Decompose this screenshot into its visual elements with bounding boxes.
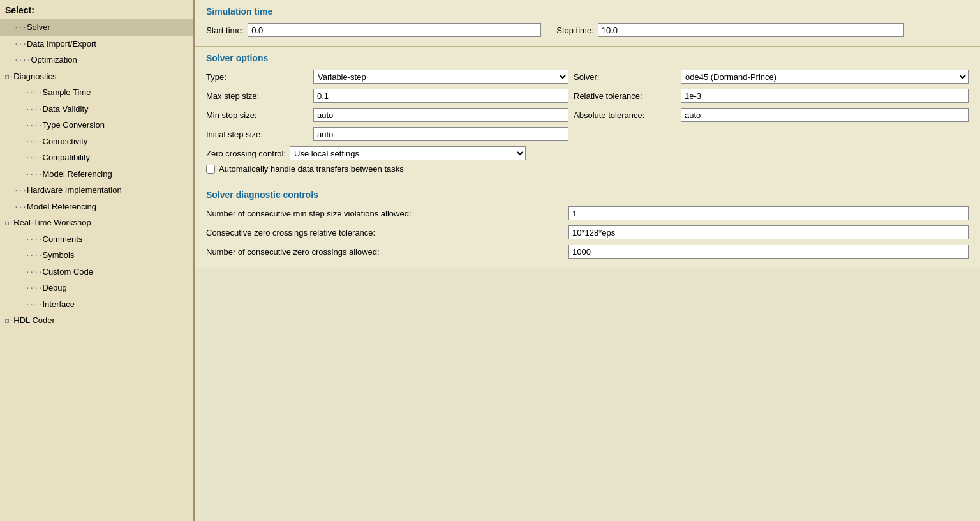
sidebar-header: Select: — [0, 3, 193, 19]
sidebar-item-compatibility[interactable]: ···· Compatibility — [0, 149, 193, 166]
sidebar-item-label-type-conversion: Type Conversion — [43, 119, 105, 132]
sidebar-item-model-referencing[interactable]: ··· Model Referencing — [0, 199, 193, 215]
simulation-time-row: Start time: Stop time: — [206, 23, 969, 37]
num-zero-cross-label: Number of consecutive zero crossings all… — [206, 247, 563, 257]
sidebar-item-debug[interactable]: ···· Debug — [0, 280, 193, 296]
sidebar-item-rtw[interactable]: ⊟· Real-Time Workshop — [0, 215, 193, 231]
sidebar-item-hardware-impl[interactable]: ··· Hardware Implementation — [0, 182, 193, 199]
max-step-input[interactable] — [313, 89, 568, 103]
sidebar-item-interface[interactable]: ···· Interface — [0, 296, 193, 313]
absolute-tol-input[interactable] — [681, 108, 969, 122]
solver-options-section: Solver options Type: Variable-stepFixed-… — [195, 47, 980, 183]
sidebar-item-sample-time[interactable]: ···· Sample Time — [0, 84, 193, 101]
relative-tol-label: Relative tolerance: — [574, 91, 676, 101]
start-time-group: Start time: — [206, 23, 541, 37]
initial-step-input[interactable] — [313, 127, 568, 141]
sidebar-item-hdl-coder[interactable]: ⊟· HDL Coder — [0, 312, 193, 329]
relative-tol-input[interactable] — [681, 89, 969, 103]
sidebar-item-label-optimization: Optimization — [31, 54, 77, 66]
type-label: Type: — [206, 72, 308, 82]
sidebar-item-optimization[interactable]: ···· Optimization — [0, 52, 193, 68]
simulation-time-title: Simulation time — [206, 6, 969, 17]
start-time-input[interactable] — [248, 23, 541, 37]
consec-min-step-input[interactable] — [568, 206, 969, 220]
solver-label: Solver: — [574, 72, 676, 82]
stop-time-label: Stop time: — [556, 26, 594, 35]
stop-time-input[interactable] — [598, 23, 904, 37]
sidebar-item-solver[interactable]: ··· Solver — [0, 19, 193, 36]
min-step-label: Min step size: — [206, 110, 308, 120]
sidebar-item-label-solver: Solver — [27, 21, 50, 34]
solver-options-grid: Type: Variable-stepFixed-step Solver: od… — [206, 70, 969, 141]
sidebar-item-data-validity[interactable]: ···· Data Validity — [0, 101, 193, 117]
num-zero-cross-input[interactable] — [568, 245, 969, 259]
zero-crossing-select[interactable]: Use local settingsEnable allDisable all — [290, 146, 526, 160]
max-step-label: Max step size: — [206, 91, 308, 101]
start-time-label: Start time: — [206, 26, 244, 35]
sidebar-item-label-custom-code: Custom Code — [43, 266, 93, 278]
sidebar-item-label-hardware-impl: Hardware Implementation — [27, 184, 122, 197]
sidebar-item-label-comments: Comments — [43, 233, 83, 246]
solver-select[interactable]: ode45 (Dormand-Prince)ode23ode113ode15so… — [681, 70, 969, 84]
sidebar-item-custom-code[interactable]: ···· Custom Code — [0, 264, 193, 280]
sidebar-item-diagnostics[interactable]: ⊟· Diagnostics — [0, 68, 193, 85]
auto-handle-row: Automatically handle data transfers betw… — [206, 164, 969, 174]
sidebar-item-label-debug: Debug — [43, 282, 67, 294]
consec-zero-cross-label: Consecutive zero crossings relative tole… — [206, 228, 563, 238]
sidebar-item-label-diagnostics: Diagnostics — [13, 70, 56, 83]
consec-min-step-label: Number of consecutive min step size viol… — [206, 209, 563, 218]
solver-diagnostic-section: Solver diagnostic controls Number of con… — [195, 183, 980, 268]
sidebar-item-label-interface: Interface — [43, 298, 75, 311]
sidebar-item-data-import-export[interactable]: ··· Data Import/Export — [0, 36, 193, 52]
sidebar-item-label-rtw: Real-Time Workshop — [13, 216, 91, 229]
sidebar-item-label-symbols: Symbols — [43, 249, 75, 262]
solver-diagnostic-title: Solver diagnostic controls — [206, 190, 969, 200]
sidebar-item-label-data-validity: Data Validity — [43, 103, 89, 116]
solver-options-title: Solver options — [206, 53, 969, 63]
diagnostic-grid: Number of consecutive min step size viol… — [206, 206, 969, 259]
main-content: Simulation time Start time: Stop time: S… — [195, 0, 980, 521]
sidebar: Select: ··· Solver··· Data Import/Export… — [0, 0, 195, 521]
sidebar-item-comments[interactable]: ···· Comments — [0, 231, 193, 248]
auto-handle-label: Automatically handle data transfers betw… — [219, 164, 404, 174]
sidebar-item-symbols[interactable]: ···· Symbols — [0, 247, 193, 264]
sidebar-item-type-conversion[interactable]: ···· Type Conversion — [0, 117, 193, 133]
sidebar-item-label-data-import-export: Data Import/Export — [27, 38, 96, 50]
absolute-tol-label: Absolute tolerance: — [574, 110, 676, 120]
sidebar-item-label-connectivity: Connectivity — [43, 135, 88, 148]
zero-crossing-row: Zero crossing control: Use local setting… — [206, 146, 969, 160]
sidebar-item-label-compatibility: Compatibility — [43, 151, 90, 164]
min-step-input[interactable] — [313, 108, 568, 122]
auto-handle-checkbox[interactable] — [206, 165, 215, 174]
sidebar-item-model-referencing-diag[interactable]: ···· Model Referencing — [0, 166, 193, 183]
initial-step-label: Initial step size: — [206, 130, 308, 139]
sidebar-item-label-hdl-coder: HDL Coder — [13, 314, 55, 327]
sidebar-item-label-model-referencing-diag: Model Referencing — [43, 168, 112, 181]
sidebar-item-label-sample-time: Sample Time — [43, 86, 91, 99]
stop-time-group: Stop time: — [556, 23, 904, 37]
zero-crossing-label: Zero crossing control: — [206, 149, 286, 158]
consec-zero-cross-input[interactable] — [568, 225, 969, 239]
sidebar-item-connectivity[interactable]: ···· Connectivity — [0, 133, 193, 150]
type-select[interactable]: Variable-stepFixed-step — [313, 70, 568, 84]
simulation-time-section: Simulation time Start time: Stop time: — [195, 0, 980, 47]
sidebar-item-label-model-referencing: Model Referencing — [27, 200, 96, 213]
